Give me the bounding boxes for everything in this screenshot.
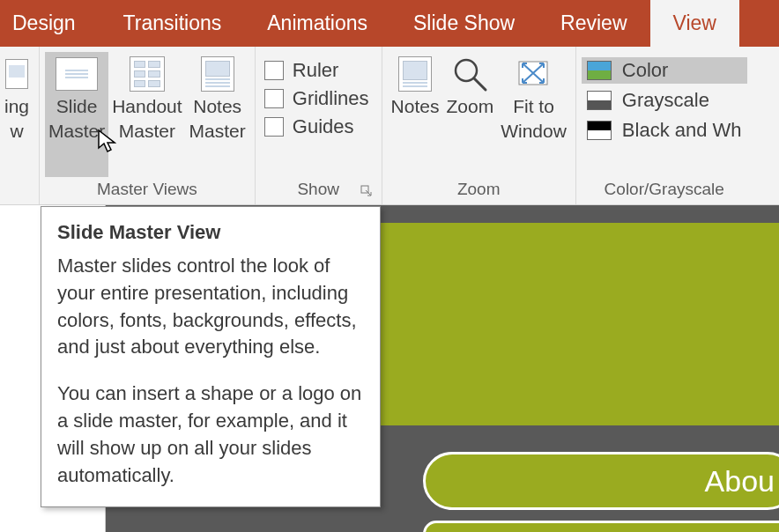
tab-animations[interactable]: Animations — [244, 0, 390, 47]
group-label-color-grayscale: Color/Grayscale — [582, 177, 747, 204]
black-and-white-button[interactable]: Black and Wh — [582, 117, 747, 144]
grayscale-button[interactable]: Grayscale — [582, 87, 747, 114]
notes-label: Notes — [391, 94, 440, 119]
reading-view-button[interactable]: ing w — [0, 52, 33, 177]
notes-master-label: Notes Master — [189, 94, 246, 144]
guides-checkbox[interactable]: Guides — [264, 115, 369, 138]
group-color-grayscale: Color Grayscale Black and Wh Color/Grays… — [576, 47, 753, 204]
show-dialog-launcher-icon[interactable] — [360, 185, 373, 197]
zoom-button[interactable]: Zoom — [442, 52, 497, 177]
zoom-label: Zoom — [446, 94, 493, 119]
slide-button-2[interactable] — [423, 521, 779, 532]
tooltip-title: Slide Master View — [57, 221, 364, 244]
tab-transitions[interactable]: Transitions — [100, 0, 245, 47]
grayscale-label: Grayscale — [622, 89, 709, 112]
ribbon-tabs: Design Transitions Animations Slide Show… — [0, 0, 779, 47]
gridlines-checkbox[interactable]: Gridlines — [264, 87, 369, 110]
grayscale-swatch-icon — [587, 91, 612, 110]
ribbon-body: ing w Slide Master Hando — [0, 47, 779, 205]
group-show: Ruler Gridlines Guides Show — [256, 47, 382, 204]
group-label-presentation-partial — [0, 177, 33, 204]
notes-icon — [394, 55, 436, 92]
group-label-zoom: Zoom — [388, 177, 570, 204]
bw-label: Black and Wh — [622, 119, 742, 142]
notes-master-icon — [197, 55, 239, 92]
bw-swatch-icon — [587, 121, 612, 140]
handout-master-icon — [126, 55, 168, 92]
group-zoom: Notes Zoom Fit to Window Zoom — [382, 47, 576, 204]
handout-master-button[interactable]: Handout Master — [108, 52, 185, 177]
group-label-master-views: Master Views — [45, 177, 249, 204]
reading-view-label: ing w — [4, 94, 29, 144]
tooltip-body: Master slides control the look of your e… — [57, 253, 364, 489]
tab-view[interactable]: View — [650, 0, 739, 47]
checkbox-icon — [264, 61, 284, 80]
checkbox-icon — [264, 89, 284, 108]
handout-master-label: Handout Master — [112, 94, 182, 144]
slide-button-about-label: Abou — [705, 464, 775, 499]
tab-slideshow[interactable]: Slide Show — [390, 0, 538, 47]
fit-to-window-icon — [512, 55, 554, 92]
magnifier-icon — [449, 55, 491, 92]
tab-review[interactable]: Review — [538, 0, 649, 47]
fit-to-window-button[interactable]: Fit to Window — [497, 52, 570, 177]
color-label: Color — [622, 59, 669, 82]
ruler-checkbox[interactable]: Ruler — [264, 59, 369, 82]
slide-master-icon — [56, 55, 98, 92]
group-master-views: Slide Master Handout Master Notes Master — [40, 47, 256, 204]
color-swatch-icon — [587, 61, 612, 80]
ruler-label: Ruler — [293, 59, 339, 82]
notes-master-button[interactable]: Notes Master — [186, 52, 249, 177]
guides-label: Guides — [293, 115, 354, 138]
group-label-show: Show — [261, 177, 376, 204]
reading-view-icon — [4, 55, 30, 92]
group-presentation-views-partial: ing w — [0, 47, 40, 204]
color-button[interactable]: Color — [582, 57, 747, 84]
gridlines-label: Gridlines — [293, 87, 369, 110]
svg-line-2 — [474, 78, 486, 90]
notes-button[interactable]: Notes — [388, 52, 443, 177]
tab-design[interactable]: Design — [0, 0, 100, 47]
checkbox-icon — [264, 117, 284, 137]
slide-master-tooltip: Slide Master View Master slides control … — [41, 206, 381, 507]
slide-master-button[interactable]: Slide Master — [45, 52, 108, 177]
slide-master-label: Slide Master — [48, 94, 105, 144]
slide-button-about[interactable]: Abou — [423, 452, 779, 510]
fit-to-window-label: Fit to Window — [501, 94, 567, 144]
